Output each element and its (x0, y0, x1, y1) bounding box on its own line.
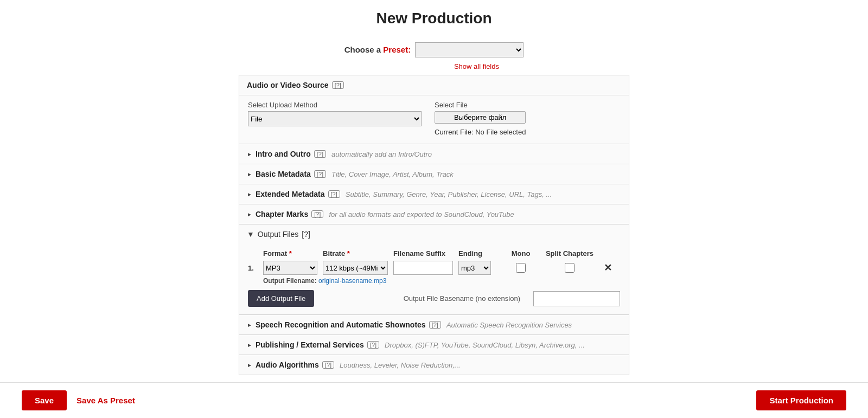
output-filename-row: Output Filename: original-basename.mp3 (248, 277, 620, 285)
output-files-section: ▼ Output Files [?] Format * Bitrate * Fi… (239, 224, 629, 315)
speech-recognition-section: ► Speech Recognition and Automatic Shown… (239, 315, 629, 335)
publishing-arrow-icon: ► (247, 342, 252, 348)
basic-metadata-arrow-icon: ► (247, 171, 252, 177)
mono-checkbox[interactable] (516, 263, 526, 273)
current-file-text: Current File: No File selected (435, 128, 526, 136)
start-production-button[interactable]: Start Production (756, 390, 846, 410)
output-files-help[interactable]: [?] (302, 230, 310, 239)
speech-recognition-arrow-icon: ► (247, 322, 252, 328)
row-number: 1. (248, 264, 263, 272)
chapter-marks-help[interactable]: [?] (311, 210, 323, 218)
upload-method-label: Select Upload Method (248, 101, 422, 109)
basename-label: Output File Basename (no extension) (404, 294, 520, 303)
audio-algorithms-desc: Loudness, Leveler, Noise Reduction,... (340, 361, 461, 369)
chapter-marks-header[interactable]: ► Chapter Marks [?] for all audio format… (239, 204, 629, 224)
publishing-header[interactable]: ► Publishing / External Services [?] Dro… (239, 335, 629, 355)
extended-metadata-desc: Subtitle, Summary, Genre, Year, Publishe… (346, 190, 552, 198)
chapter-marks-desc: for all audio formats and exported to So… (329, 210, 514, 218)
output-filename-label: Output Filename: (263, 277, 317, 285)
audio-algorithms-section: ► Audio Algorithms [?] Loudness, Leveler… (239, 355, 629, 375)
output-filename-value: original-basename.mp3 (318, 277, 386, 285)
suffix-cell (393, 261, 458, 275)
audio-source-header: Audio or Video Source [?] (239, 75, 629, 95)
col-ending-header: Ending (458, 249, 502, 258)
publishing-desc: Dropbox, (S)FTP, YouTube, SoundCloud, Li… (385, 341, 585, 349)
output-files-header[interactable]: ▼ Output Files [?] (239, 224, 629, 244)
output-files-arrow-icon: ▼ (247, 230, 254, 239)
preset-select[interactable] (415, 42, 524, 57)
split-cell (540, 263, 599, 273)
audio-source-help[interactable]: [?] (332, 81, 344, 89)
intro-outro-section: ► Intro and Outro [?] automatically add … (239, 144, 629, 164)
chapter-marks-arrow-icon: ► (247, 211, 252, 217)
audio-algorithms-title: Audio Algorithms (256, 361, 319, 369)
page-title: New Production (0, 0, 868, 33)
col-split-header: Split Chapters (540, 249, 599, 258)
add-output-button[interactable]: Add Output File (248, 290, 314, 307)
output-table-header: Format * Bitrate * Filename Suffix Endin… (248, 249, 620, 258)
output-files-bottom-row: Add Output File Output File Basename (no… (248, 290, 620, 307)
save-as-preset-button[interactable]: Save As Preset (76, 396, 135, 405)
suffix-input[interactable] (393, 261, 453, 275)
extended-metadata-help[interactable]: [?] (328, 190, 340, 198)
basic-metadata-desc: Title, Cover Image, Artist, Album, Track (331, 170, 454, 178)
split-checkbox[interactable] (565, 263, 575, 273)
intro-outro-help[interactable]: [?] (314, 150, 326, 158)
ending-cell: mp3 mp4 ogg flac wav (458, 261, 502, 275)
publishing-help[interactable]: [?] (367, 341, 379, 349)
extended-metadata-header[interactable]: ► Extended Metadata [?] Subtitle, Summar… (239, 184, 629, 204)
chapter-marks-section: ► Chapter Marks [?] for all audio format… (239, 204, 629, 224)
col-suffix-header: Filename Suffix (393, 249, 458, 258)
basic-metadata-header[interactable]: ► Basic Metadata [?] Title, Cover Image,… (239, 164, 629, 184)
col-mono-header: Mono (502, 249, 540, 258)
audio-algorithms-help[interactable]: [?] (322, 361, 334, 369)
format-cell: MP3 AAC OGG FLAC WAV MP4 (263, 261, 323, 275)
intro-outro-arrow-icon: ► (247, 151, 252, 157)
extended-metadata-arrow-icon: ► (247, 191, 252, 197)
preset-label: Choose a Preset: (344, 45, 413, 54)
audio-source-content: Select Upload Method File URL Dropbox FT… (239, 95, 629, 144)
mono-cell (502, 263, 540, 273)
audio-algorithms-arrow-icon: ► (247, 362, 252, 368)
speech-recognition-header[interactable]: ► Speech Recognition and Automatic Shown… (239, 315, 629, 335)
basename-input[interactable] (533, 291, 620, 306)
basic-metadata-section: ► Basic Metadata [?] Title, Cover Image,… (239, 164, 629, 184)
col-format-header: Format * (263, 249, 323, 258)
basic-metadata-title: Basic Metadata (256, 170, 311, 178)
delete-row-button[interactable]: ✕ (599, 262, 616, 274)
output-files-title: Output Files (258, 230, 298, 239)
audio-source-title: Audio or Video Source (247, 81, 329, 89)
bitrate-cell: 112 kbps (~49Mi 128 kbps 192 kbps 256 kb… (323, 261, 393, 275)
intro-outro-desc: automatically add an Intro/Outro (331, 150, 432, 158)
publishing-section: ► Publishing / External Services [?] Dro… (239, 335, 629, 355)
ending-select[interactable]: mp3 mp4 ogg flac wav (458, 261, 491, 275)
format-required-star: * (289, 249, 292, 258)
output-row: 1. MP3 AAC OGG FLAC WAV MP4 112 kbps (~4… (248, 261, 620, 275)
upload-method-select[interactable]: File URL Dropbox FTP (248, 111, 422, 126)
basic-metadata-help[interactable]: [?] (314, 170, 326, 178)
col-bitrate-header: Bitrate * (323, 249, 393, 258)
speech-recognition-desc: Automatic Speech Recognition Services (446, 321, 572, 329)
extended-metadata-title: Extended Metadata (256, 190, 325, 198)
current-file-prefix: Current File: (435, 128, 474, 136)
extended-metadata-section: ► Extended Metadata [?] Subtitle, Summar… (239, 184, 629, 204)
publishing-title: Publishing / External Services (256, 340, 364, 349)
chapter-marks-title: Chapter Marks (256, 210, 308, 218)
choose-file-button[interactable]: Выберите файл (435, 111, 526, 124)
intro-outro-header[interactable]: ► Intro and Outro [?] automatically add … (239, 144, 629, 164)
select-file-label: Select File (435, 101, 526, 109)
show-all-fields-link[interactable]: Show all fields (454, 62, 499, 70)
output-files-content: Format * Bitrate * Filename Suffix Endin… (239, 244, 629, 314)
speech-recognition-title: Speech Recognition and Automatic Shownot… (256, 320, 426, 329)
intro-outro-title: Intro and Outro (256, 150, 311, 158)
current-file-value: No File selected (475, 128, 526, 136)
speech-recognition-help[interactable]: [?] (429, 321, 441, 329)
audio-algorithms-header[interactable]: ► Audio Algorithms [?] Loudness, Leveler… (239, 355, 629, 375)
audio-source-section: Audio or Video Source [?] Select Upload … (239, 75, 629, 144)
footer-bar: Save Save As Preset Start Production (0, 382, 868, 418)
bitrate-required-star: * (347, 249, 350, 258)
format-select[interactable]: MP3 AAC OGG FLAC WAV MP4 (263, 261, 317, 275)
bitrate-select[interactable]: 112 kbps (~49Mi 128 kbps 192 kbps 256 kb… (323, 261, 388, 275)
save-button[interactable]: Save (22, 390, 67, 410)
preset-colon: Preset: (383, 45, 411, 54)
